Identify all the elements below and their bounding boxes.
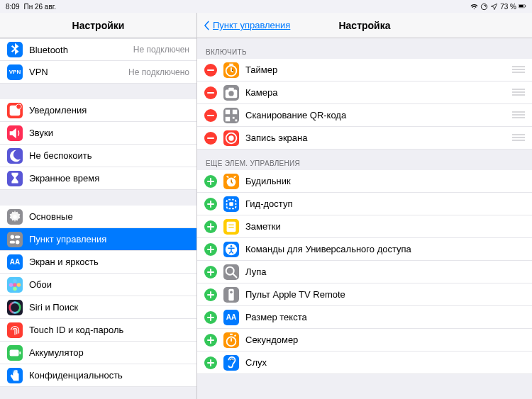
control-item-label: Пульт Apple TV Remote: [245, 289, 525, 300]
remove-button[interactable]: [204, 132, 217, 145]
svg-point-7: [11, 235, 14, 239]
svg-rect-2: [519, 5, 523, 7]
add-button[interactable]: [204, 356, 217, 369]
battery-icon: [519, 3, 526, 11]
detail-scroll[interactable]: ВКЛЮЧИТЬТаймерКамераСканирование QR-кода…: [197, 38, 532, 399]
sidebar-item-general[interactable]: Основные: [0, 206, 196, 228]
add-button[interactable]: [204, 334, 217, 347]
control-item-guided[interactable]: Гид-доступ: [197, 193, 532, 215]
svg-point-13: [17, 283, 21, 287]
sidebar-item-sounds[interactable]: Звуки: [0, 122, 196, 145]
record-icon: [223, 130, 239, 146]
sidebar-item-screentime[interactable]: Экранное время: [0, 167, 196, 190]
sidebar-item-bluetooth[interactable]: BluetoothНе подключен: [0, 38, 196, 61]
qr-icon: [223, 108, 239, 123]
svg-rect-34: [226, 116, 230, 120]
hand-icon: [7, 368, 23, 383]
control-item-alarm[interactable]: Будильник: [197, 170, 532, 193]
remote-icon: [223, 287, 239, 303]
remove-button[interactable]: [204, 109, 217, 122]
sidebar-item-wallpaper[interactable]: Обои: [0, 274, 196, 296]
svg-point-42: [228, 135, 233, 140]
remove-button[interactable]: [204, 64, 217, 77]
control-item-camera[interactable]: Камера: [197, 82, 532, 104]
sidebar-item-label: VPN: [29, 67, 122, 77]
add-button[interactable]: [204, 175, 217, 188]
sidebar-scroll[interactable]: BluetoothНе подключенVPNVPNНе подключено…: [0, 38, 196, 399]
moon-icon: [7, 148, 23, 164]
orientation-lock-icon: [480, 3, 488, 11]
guided-icon: [223, 196, 239, 212]
svg-rect-68: [228, 288, 233, 300]
svg-rect-8: [15, 235, 20, 238]
control-item-label: Камера: [245, 87, 506, 98]
sidebar-item-touchid[interactable]: Touch ID и код-пароль: [0, 319, 196, 342]
battery-percent: 73 %: [500, 3, 516, 11]
control-item-appletv[interactable]: Пульт Apple TV Remote: [197, 283, 532, 306]
sidebar-item-notifications[interactable]: Уведомления: [0, 99, 196, 122]
sidebar-item-battery[interactable]: Аккумулятор: [0, 342, 196, 364]
notifications-icon: [7, 103, 23, 118]
back-button[interactable]: Пункт управления: [201, 13, 290, 38]
accessibility-icon: [223, 242, 239, 257]
sidebar-item-vpn[interactable]: VPNVPNНе подключено: [0, 61, 196, 84]
sidebar-item-label: Основные: [29, 211, 189, 222]
add-button[interactable]: [204, 220, 217, 233]
sidebar-item-dnd[interactable]: Не беспокоить: [0, 145, 196, 167]
sidebar-item-label: Touch ID и код-пароль: [29, 325, 189, 335]
wifi-icon: [470, 3, 478, 11]
control-item-label: Сканирование QR-кода: [245, 110, 506, 120]
gear-icon: [7, 209, 23, 225]
control-item-label: Гид-доступ: [245, 198, 525, 209]
control-item-qr[interactable]: Сканирование QR-кода: [197, 104, 532, 127]
control-item-screenrecord[interactable]: Запись экрана: [197, 127, 532, 150]
include-section-header: ВКЛЮЧИТЬ: [197, 38, 532, 59]
battery-icon: [7, 345, 23, 361]
sidebar-item-label: Экран и яркость: [29, 257, 189, 267]
svg-rect-10: [10, 240, 15, 243]
add-button[interactable]: [204, 198, 217, 210]
add-button[interactable]: [204, 243, 217, 256]
aa-icon: AA: [7, 254, 23, 270]
siri-icon: [7, 300, 23, 315]
svg-rect-52: [229, 202, 233, 206]
sidebar-item-label: Конфиденциальность: [29, 370, 189, 381]
svg-rect-55: [227, 221, 236, 232]
status-time: 8:09: [6, 3, 19, 11]
control-item-hearing[interactable]: Слух: [197, 352, 532, 374]
sidebar-item-control-center[interactable]: Пункт управления: [0, 228, 196, 251]
sidebar-item-detail: Не подключен: [133, 45, 189, 55]
reorder-grip-icon[interactable]: [512, 110, 525, 121]
control-item-textsize[interactable]: AAРазмер текста: [197, 306, 532, 329]
reorder-grip-icon[interactable]: [512, 64, 525, 76]
control-item-timer[interactable]: Таймер: [197, 59, 532, 82]
sidebar-item-privacy[interactable]: Конфиденциальность: [0, 364, 196, 387]
switches-icon: [7, 232, 23, 247]
svg-rect-36: [235, 119, 238, 121]
bluetooth-icon: [7, 42, 23, 57]
add-button[interactable]: [204, 311, 217, 324]
svg-point-14: [13, 286, 17, 291]
notes-icon: [223, 219, 239, 235]
control-item-label: Секундомер: [245, 335, 525, 345]
reorder-grip-icon[interactable]: [512, 87, 525, 99]
svg-point-5: [16, 103, 21, 108]
control-item-magnifier[interactable]: Лупа: [197, 261, 532, 283]
add-button[interactable]: [204, 288, 217, 301]
add-button[interactable]: [204, 266, 217, 279]
sidebar-item-siri[interactable]: Siri и Поиск: [0, 296, 196, 319]
control-item-stopwatch[interactable]: Секундомер: [197, 329, 532, 352]
svg-rect-3: [525, 6, 526, 8]
detail-pane: Пункт управления Настройка ВКЛЮЧИТЬТайме…: [197, 13, 532, 399]
sidebar-item-label: Bluetooth: [29, 45, 127, 55]
control-item-notes[interactable]: Заметки: [197, 215, 532, 238]
control-item-accessibility[interactable]: Команды для Универсального доступа: [197, 238, 532, 261]
sidebar-item-label: Аккумулятор: [29, 347, 189, 358]
control-item-label: Запись экрана: [245, 133, 506, 143]
sidebar-item-display[interactable]: AAЭкран и яркость: [0, 251, 196, 274]
reorder-grip-icon[interactable]: [512, 133, 525, 144]
sidebar-item-label: Обои: [29, 279, 189, 290]
sidebar-title: Настройки: [72, 20, 125, 31]
svg-point-16: [10, 302, 21, 313]
remove-button[interactable]: [204, 86, 217, 99]
